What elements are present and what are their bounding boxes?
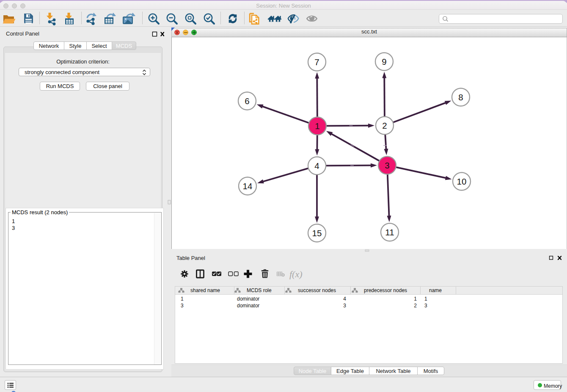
svg-text:3: 3 [385,160,389,170]
svg-text:2: 2 [382,121,387,130]
svg-text:8: 8 [458,92,463,102]
svg-text:11: 11 [385,227,394,237]
svg-text:7: 7 [314,57,319,67]
svg-text:f(x): f(x) [289,269,303,279]
svg-text:14: 14 [243,181,253,191]
svg-text:6: 6 [245,96,249,106]
svg-text:1: 1 [315,121,319,131]
svg-text:9: 9 [382,57,386,66]
svg-text:15: 15 [312,228,322,238]
svg-text:10: 10 [457,177,467,186]
svg-text:4: 4 [314,161,319,171]
